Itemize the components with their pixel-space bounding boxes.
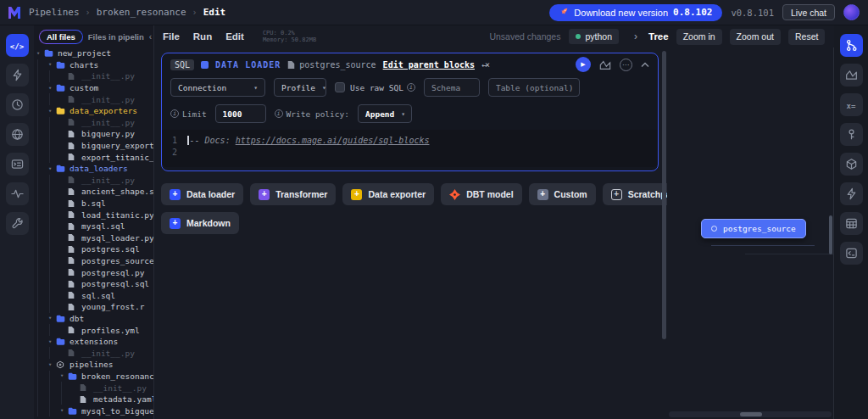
run-block-button[interactable]: ▶ [576, 57, 591, 72]
scrollbar-thumb[interactable] [662, 51, 666, 339]
tree-item-charts[interactable]: ▾charts [34, 59, 153, 71]
docs-link[interactable]: https://docs.mage.ai/guides/sql-blocks [236, 136, 430, 145]
tree-panel-horizontal-scrollbar[interactable] [669, 411, 832, 417]
expand-panel-chevron-icon[interactable]: › [634, 31, 637, 42]
code-line-1[interactable]: 1 -- Docs: https://docs.mage.ai/guides/s… [162, 135, 658, 147]
wrench-icon-button[interactable] [6, 212, 29, 235]
tree-item-data_exporters[interactable]: ▾data_exporters [34, 105, 153, 117]
tree-item-metadata.yaml[interactable]: metadata.yaml [34, 394, 153, 405]
chart-icon-button[interactable] [840, 64, 863, 87]
tree-item-__init__.py[interactable]: __init__.py [34, 382, 153, 394]
more-options-icon[interactable]: ⋯ [620, 59, 632, 71]
reset-view-button[interactable]: Reset [788, 29, 825, 45]
tree-panel-vertical-scrollbar[interactable] [829, 215, 832, 254]
tree-item-young_frost.r[interactable]: young_frost.r [34, 301, 153, 313]
code-editor[interactable]: 1 -- Docs: https://docs.mage.ai/guides/s… [162, 130, 658, 167]
tree-item-new_project[interactable]: ▾new_project [34, 47, 153, 59]
schema-field[interactable] [424, 78, 480, 97]
menu-edit[interactable]: Edit [225, 31, 244, 42]
block-name[interactable]: postgres_source [287, 60, 376, 70]
menu-file[interactable]: File [163, 31, 180, 42]
table-icon-button[interactable] [840, 212, 863, 235]
info-icon[interactable]: i [170, 109, 179, 118]
tree-item-extensions[interactable]: ▾extensions [34, 336, 153, 348]
mage-logo-icon[interactable] [7, 5, 22, 20]
tree-item-__init__.py[interactable]: __init__.py [34, 70, 153, 82]
add-data-loader-button[interactable]: +Data loader [161, 183, 243, 205]
write-policy-select[interactable]: Append ▾ [358, 104, 412, 123]
globe-icon-button[interactable] [6, 123, 29, 146]
tree-item-__init__.py[interactable]: __init__.py [34, 175, 153, 187]
terminal-card-icon-button[interactable] [6, 153, 29, 176]
table-input[interactable] [496, 83, 572, 92]
code-icon-button[interactable]: </> [6, 34, 29, 57]
code-line-2[interactable]: 2 [162, 147, 658, 159]
tree-item-pipelines[interactable]: ▾pipelines [34, 359, 153, 371]
download-new-version-button[interactable]: Download new version 0.8.102 [549, 4, 722, 21]
tree-item-mysql.sql[interactable]: mysql.sql [34, 221, 153, 232]
use-raw-sql-checkbox[interactable] [335, 82, 345, 92]
edit-parent-blocks-link[interactable]: Edit parent blocks [383, 60, 475, 70]
breadcrumb-pipeline-name[interactable]: broken_resonance [97, 7, 186, 18]
tree-item-__init__.py[interactable]: __init__.py [34, 93, 153, 105]
collapse-panel-icon[interactable]: ‹ [149, 32, 152, 42]
tree-item-bigquery_exporter.p[interactable]: bigquery_exporter.p [34, 140, 153, 152]
add-transformer-button[interactable]: +Transformer [250, 183, 336, 205]
tree-item-mysql_loader.py[interactable]: mysql_loader.py [34, 232, 153, 244]
add-markdown-button[interactable]: +Markdown [161, 212, 239, 234]
zoom-out-button[interactable]: Zoom out [730, 29, 781, 45]
zoom-in-button[interactable]: Zoom in [676, 29, 722, 45]
clock-icon-button[interactable] [6, 93, 29, 116]
tree-item-data_loaders[interactable]: ▾data_loaders [34, 163, 153, 175]
chart-output-icon[interactable] [599, 59, 611, 70]
schema-input[interactable] [431, 83, 472, 92]
add-data-exporter-button[interactable]: +Data exporter [342, 183, 434, 205]
live-chat-button[interactable]: Live chat [782, 4, 835, 20]
tree-item-__init__.py[interactable]: __init__.py [34, 117, 153, 129]
console-icon-button[interactable] [840, 242, 863, 265]
info-icon[interactable]: i [407, 83, 415, 92]
limit-field[interactable] [215, 104, 266, 123]
tree-item-load_titanic.py[interactable]: load_titanic.py [34, 209, 153, 221]
table-field[interactable] [488, 78, 580, 97]
connection-select[interactable]: Connection ▾ [170, 78, 265, 97]
tree-item-postgresql.py[interactable]: postgresql.py [34, 266, 153, 278]
lightning-icon-button[interactable] [6, 64, 29, 87]
tab-files-in-pipeline[interactable]: Files in pipelin [88, 32, 144, 42]
limit-input[interactable] [223, 109, 259, 119]
tree-item-ancient_shape.sql[interactable]: ancient_shape.sql [34, 186, 153, 198]
kernel-badge[interactable]: python [569, 29, 619, 44]
scrollbar-thumb[interactable] [740, 412, 762, 416]
add-custom-button[interactable]: +Custom [529, 183, 596, 205]
pulse-icon-button[interactable] [6, 182, 29, 205]
tree-item-__init__.py[interactable]: __init__.py [34, 347, 153, 359]
tree-item-profiles.yml[interactable]: profiles.yml [34, 324, 153, 336]
tree-icon-button[interactable] [840, 34, 863, 57]
tree-item-bigquery.py[interactable]: bigquery.py [34, 128, 153, 140]
graph-node-postgres-source[interactable]: postgres_source [701, 219, 806, 238]
collapse-block-icon[interactable] [641, 62, 649, 68]
tree-item-b.sql[interactable]: b.sql [34, 198, 153, 210]
lightning-icon-button[interactable] [840, 182, 863, 205]
tree-item-broken_resonance[interactable]: ▾broken_resonance [34, 371, 153, 383]
tree-item-postgres_source.sql[interactable]: postgres_source.sql [34, 255, 153, 267]
profile-select[interactable]: Profile ▾ [274, 78, 326, 97]
menu-run[interactable]: Run [193, 31, 212, 42]
tree-item-mysql_to_bigquery[interactable]: ▾mysql_to_bigquery [34, 405, 153, 416]
block-cube-icon-button[interactable] [840, 153, 863, 176]
key-icon-button[interactable] [840, 123, 863, 146]
variables-icon-button[interactable]: x= [840, 93, 863, 116]
dependency-tree-panel[interactable]: postgres_source [667, 47, 834, 419]
add-dbt-model-button[interactable]: DBT model [441, 183, 521, 205]
tab-all-files[interactable]: All files [39, 30, 83, 44]
tree-item-custom[interactable]: ▾custom [34, 82, 153, 94]
tree-item-postgresql.sql[interactable]: postgresql.sql [34, 278, 153, 290]
tree-item-postgres.sql[interactable]: postgres.sql [34, 243, 153, 255]
cancel-edit-parents-icon[interactable]: ←× [481, 60, 488, 70]
sql-block[interactable]: SQL DATA LOADER postgres_source Edit par… [161, 53, 659, 171]
info-icon[interactable]: i [275, 109, 283, 118]
editor-vertical-scrollbar[interactable] [660, 47, 667, 419]
tree-item-sql.sql[interactable]: sql.sql [34, 289, 153, 301]
user-avatar[interactable] [843, 4, 860, 20]
tree-item-dbt[interactable]: ▾dbt [34, 313, 153, 325]
